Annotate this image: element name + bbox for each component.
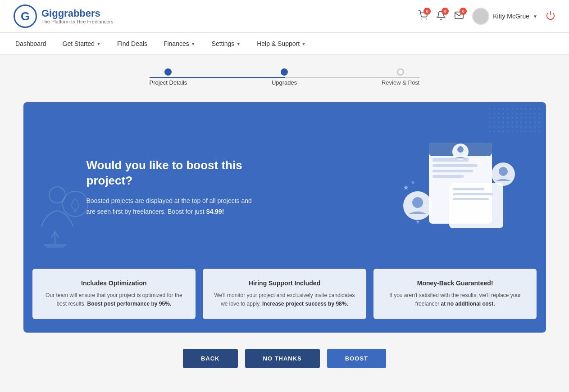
- svg-rect-11: [487, 107, 542, 134]
- nav-dashboard[interactable]: Dashboard: [14, 33, 48, 54]
- header: G Giggrabbers The Platform to Hire Freel…: [0, 0, 569, 33]
- svg-rect-16: [432, 170, 473, 172]
- svg-rect-8: [44, 244, 66, 246]
- boost-illustration: ★ ★ ★ ★ ★: [258, 125, 519, 251]
- svg-point-1: [426, 18, 427, 19]
- svg-point-19: [457, 146, 464, 153]
- logo-area: G Giggrabbers The Platform to Hire Freel…: [14, 5, 114, 28]
- message-badge: 0: [460, 8, 467, 15]
- stepper-dot-1: [164, 68, 172, 76]
- svg-rect-9: [46, 246, 64, 248]
- feature-card-1-desc: Our team will ensure that your project i…: [41, 291, 187, 308]
- stepper-container: Project Details Upgrades Review & Post: [150, 68, 420, 86]
- dot-pattern: [487, 107, 542, 134]
- logo-title: Giggrabbers: [41, 8, 114, 19]
- back-button[interactable]: BACK: [183, 349, 238, 368]
- chevron-down-icon: ▼: [301, 41, 306, 46]
- stepper-dot-3: [397, 68, 404, 76]
- feature-card-guarantee: Money-Back Guaranteed! If you aren't sat…: [373, 269, 537, 319]
- svg-text:★: ★: [410, 179, 415, 185]
- chevron-down-icon: ▼: [96, 41, 101, 46]
- stepper: Project Details Upgrades Review & Post: [23, 68, 546, 86]
- avatar: [472, 8, 489, 25]
- stepper-step-review-post: Review & Post: [382, 68, 420, 86]
- dots-decoration: [487, 107, 542, 134]
- main-content: Project Details Upgrades Review & Post: [14, 55, 555, 386]
- stepper-dot-2: [281, 68, 288, 76]
- boost-button[interactable]: BOOST: [327, 349, 386, 368]
- notification-icon-button[interactable]: 0: [436, 10, 446, 22]
- svg-point-4: [63, 191, 88, 216]
- chevron-down-icon: ▼: [191, 41, 196, 46]
- svg-point-27: [499, 167, 508, 176]
- logo-subtitle: The Platform to Hire Freelancers: [41, 19, 114, 24]
- message-icon-button[interactable]: 0: [454, 10, 464, 22]
- stepper-label-2: Upgrades: [272, 79, 297, 86]
- feature-card-3-title: Money-Back Guaranteed!: [382, 279, 528, 287]
- nav-help-support[interactable]: Help & Support ▼: [255, 33, 308, 54]
- boost-description: Boosted projects are displayed at the to…: [86, 196, 258, 217]
- person-lightbulb-icon: [32, 181, 91, 253]
- svg-text:★: ★: [415, 219, 420, 225]
- nav-get-started[interactable]: Get Started ▼: [61, 33, 103, 54]
- stepper-label-1: Project Details: [150, 79, 187, 86]
- svg-point-0: [422, 18, 423, 19]
- svg-rect-21: [453, 188, 484, 190]
- feature-card-3-desc: If you aren't satisfied with the results…: [382, 291, 528, 308]
- stepper-label-3: Review & Post: [382, 79, 420, 86]
- svg-text:★: ★: [403, 184, 409, 191]
- boost-title: Would you like to boost this project?: [86, 158, 258, 189]
- svg-rect-15: [432, 164, 478, 167]
- stepper-step-project-details: Project Details: [150, 68, 187, 86]
- boost-illustration-graphic: ★ ★ ★ ★ ★: [366, 125, 519, 251]
- feature-card-optimization: Includes Optimization Our team will ensu…: [32, 269, 196, 319]
- svg-text:★: ★: [478, 159, 483, 167]
- svg-rect-17: [432, 175, 464, 178]
- action-buttons: BACK NO THANKS BOOST: [23, 349, 546, 368]
- feature-card-2-desc: We'll monitor your project and exclusive…: [212, 291, 357, 308]
- cart-badge: 0: [423, 8, 431, 15]
- svg-rect-23: [453, 198, 489, 200]
- cart-icon-button[interactable]: 0: [418, 10, 428, 22]
- user-menu[interactable]: Kitty McGrue ▼: [472, 8, 537, 25]
- logo-icon: G: [14, 5, 37, 28]
- svg-rect-22: [453, 193, 493, 195]
- notification-badge: 0: [442, 8, 449, 15]
- user-dropdown-chevron: ▼: [533, 14, 537, 19]
- nav-settings[interactable]: Settings ▼: [210, 33, 243, 54]
- boost-card: Would you like to boost this project? Bo…: [23, 102, 546, 333]
- feature-card-1-title: Includes Optimization: [41, 279, 187, 287]
- feature-cards: Includes Optimization Our team will ensu…: [23, 269, 546, 333]
- logout-button[interactable]: [546, 10, 555, 23]
- nav-finances[interactable]: Finances ▼: [162, 33, 197, 54]
- svg-point-25: [412, 197, 423, 208]
- feature-card-2-title: Hiring Support Included: [212, 279, 357, 287]
- no-thanks-button[interactable]: NO THANKS: [245, 349, 320, 368]
- nav-find-deals[interactable]: Find Deals: [115, 33, 149, 54]
- main-nav: Dashboard Get Started ▼ Find Deals Finan…: [0, 33, 569, 55]
- chevron-down-icon: ▼: [236, 41, 241, 46]
- svg-text:★: ★: [485, 154, 489, 159]
- logo-text: Giggrabbers The Platform to Hire Freelan…: [41, 8, 114, 24]
- left-decoration: [32, 181, 91, 255]
- user-name: Kitty McGrue: [493, 13, 529, 20]
- boost-card-top: Would you like to boost this project? Bo…: [23, 102, 546, 269]
- power-icon: [546, 10, 555, 20]
- boost-card-content: Would you like to boost this project? Bo…: [86, 158, 258, 217]
- stepper-step-upgrades: Upgrades: [272, 68, 297, 86]
- header-right: 0 0 0 Kitty McGrue ▼: [418, 8, 555, 25]
- feature-card-hiring: Hiring Support Included We'll monitor yo…: [203, 269, 366, 319]
